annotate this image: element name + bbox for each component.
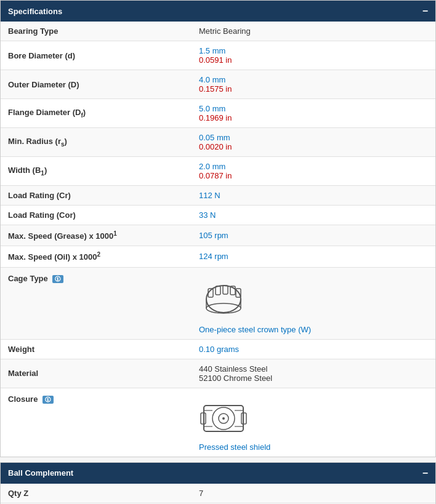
spec-label: Load Rating (Cor) bbox=[1, 206, 192, 225]
table-row: Flange Diameter (Df) 5.0 mm 0.1969 in bbox=[1, 99, 435, 128]
value-mm: 0.05 mm bbox=[199, 133, 230, 142]
weight-value: 0.10 grams bbox=[199, 345, 239, 354]
specifications-table: Bearing Type Metric Bearing Bore Diamete… bbox=[1, 22, 435, 457]
spec-label: Bore Diameter (d) bbox=[1, 41, 192, 70]
spec-label: Max. Speed (Oil) x 10002 bbox=[1, 246, 192, 267]
table-row: Max. Speed (Oil) x 10002 124 rpm bbox=[1, 246, 435, 267]
spec-label: Material bbox=[1, 359, 192, 388]
spec-value: 33 N bbox=[192, 206, 435, 225]
spec-value: 440 Stainless Steel 52100 Chrome Steel bbox=[192, 359, 435, 388]
value-in: 0.0020 in bbox=[199, 142, 232, 151]
spec-label: Qty Z bbox=[1, 484, 192, 503]
value-in: 0.1575 in bbox=[199, 84, 232, 94]
table-row: Bore Diameter (d) 1.5 mm 0.0591 in bbox=[1, 41, 435, 70]
specifications-title: Specifications bbox=[8, 7, 62, 16]
ball-complement-title: Ball Complement bbox=[8, 468, 73, 478]
specifications-section: Specifications − Bearing Type Metric Bea… bbox=[0, 0, 436, 457]
table-row: Closure 🛈 bbox=[1, 388, 435, 457]
cage-crown-svg bbox=[199, 278, 248, 321]
ball-complement-section: Ball Complement − Qty Z 7 Size (Dw) 0.60… bbox=[0, 462, 436, 504]
spec-value: 4.0 mm 0.1575 in bbox=[192, 70, 435, 99]
load-rating-cr-value: 112 N bbox=[199, 191, 220, 200]
spec-label: Width (B1) bbox=[1, 157, 192, 186]
spec-label: Flange Diameter (Df) bbox=[1, 99, 192, 128]
max-speed-oil-value: 124 rpm bbox=[199, 252, 228, 261]
value-in: 0.1969 in bbox=[199, 113, 232, 122]
table-row: Weight 0.10 grams bbox=[1, 339, 435, 359]
cage-type-caption: One-piece steel crown type (W) bbox=[199, 325, 311, 334]
spec-label: Min. Radius (rs) bbox=[1, 128, 192, 157]
value-mm: 5.0 mm bbox=[199, 104, 225, 113]
table-row: Width (B1) 2.0 mm 0.0787 in bbox=[1, 157, 435, 186]
table-row: Outer Diameter (D) 4.0 mm 0.1575 in bbox=[1, 70, 435, 99]
svg-point-12 bbox=[222, 417, 225, 420]
ball-complement-collapse-icon[interactable]: − bbox=[422, 468, 428, 479]
table-row: Qty Z 7 bbox=[1, 484, 435, 503]
ball-complement-header: Ball Complement − bbox=[1, 463, 435, 484]
specifications-collapse-icon[interactable]: − bbox=[422, 6, 428, 17]
spec-label: Outer Diameter (D) bbox=[1, 70, 192, 99]
value-mm: 1.5 mm bbox=[199, 46, 225, 55]
ball-complement-table: Qty Z 7 Size (Dw) 0.600 mm 0.0236 in bbox=[1, 484, 435, 504]
material-line1: 440 Stainless Steel bbox=[199, 364, 267, 374]
table-row: Cage Type 🛈 bbox=[1, 267, 435, 339]
spec-value: 112 N bbox=[192, 186, 435, 206]
value-mm: 2.0 mm bbox=[199, 162, 225, 171]
spec-value: 2.0 mm 0.0787 in bbox=[192, 157, 435, 186]
spec-value: 124 rpm bbox=[192, 246, 435, 267]
spec-value: Metric Bearing bbox=[192, 22, 435, 41]
spec-value: 5.0 mm 0.1969 in bbox=[192, 99, 435, 128]
spec-value: 105 rpm bbox=[192, 225, 435, 246]
cage-image bbox=[199, 273, 428, 325]
value-mm: 4.0 mm bbox=[199, 75, 225, 84]
max-speed-grease-value: 105 rpm bbox=[199, 231, 228, 240]
table-row: Bearing Type Metric Bearing bbox=[1, 22, 435, 41]
closure-image bbox=[199, 393, 428, 442]
spec-label: Weight bbox=[1, 339, 192, 359]
table-row: Max. Speed (Grease) x 10001 105 rpm bbox=[1, 225, 435, 246]
cage-type-info-icon[interactable]: 🛈 bbox=[52, 275, 63, 283]
closure-info-icon[interactable]: 🛈 bbox=[42, 396, 54, 404]
spec-value: Pressed steel shield bbox=[192, 388, 435, 457]
closure-caption: Pressed steel shield bbox=[199, 442, 270, 452]
spec-value: 0.05 mm 0.0020 in bbox=[192, 128, 435, 157]
spec-label: Max. Speed (Grease) x 10001 bbox=[1, 225, 192, 246]
spec-value: 1.5 mm 0.0591 in bbox=[192, 41, 435, 70]
spec-value: One-piece steel crown type (W) bbox=[192, 267, 435, 339]
spec-label: Cage Type 🛈 bbox=[1, 267, 192, 339]
table-row: Load Rating (Cr) 112 N bbox=[1, 186, 435, 206]
table-row: Load Rating (Cor) 33 N bbox=[1, 206, 435, 225]
svg-rect-2 bbox=[216, 286, 220, 295]
material-line2: 52100 Chrome Steel bbox=[199, 374, 272, 383]
svg-rect-3 bbox=[223, 286, 228, 294]
value-in: 0.0591 in bbox=[199, 55, 232, 65]
spec-value: 0.10 grams bbox=[192, 339, 435, 359]
specifications-header: Specifications − bbox=[1, 1, 435, 22]
spec-label: Closure 🛈 bbox=[1, 388, 192, 457]
value-in: 0.0787 in bbox=[199, 171, 232, 180]
spec-value: 7 bbox=[192, 484, 435, 503]
spec-label: Bearing Type bbox=[1, 22, 192, 41]
spec-label: Load Rating (Cr) bbox=[1, 186, 192, 206]
table-row: Material 440 Stainless Steel 52100 Chrom… bbox=[1, 359, 435, 388]
closure-shield-svg bbox=[199, 398, 248, 438]
table-row: Min. Radius (rs) 0.05 mm 0.0020 in bbox=[1, 128, 435, 157]
load-rating-cor-value: 33 N bbox=[199, 210, 216, 220]
